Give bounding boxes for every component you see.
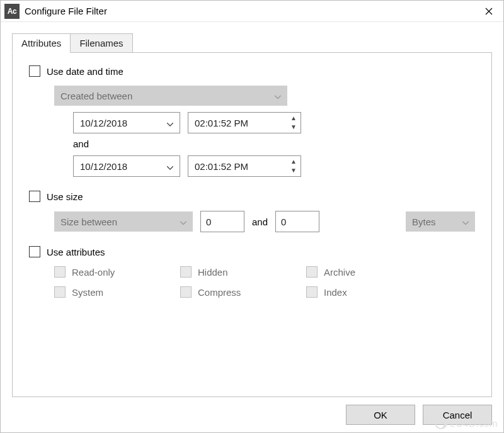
size-from-value: 0 (206, 216, 211, 227)
client-area: Attributes Filenames Use date and time C… (1, 22, 503, 432)
attr-compress-checkbox[interactable] (180, 286, 192, 298)
chevron-down-icon (180, 216, 186, 227)
size-mode-combobox[interactable]: Size between (54, 211, 193, 232)
date-mode-value: Created between (60, 91, 132, 101)
from-date-value: 10/12/2018 (80, 118, 127, 128)
spin-down-button[interactable]: ▼ (288, 167, 299, 174)
attr-index-checkbox[interactable] (306, 286, 318, 298)
attr-compress-label: Compress (198, 287, 241, 298)
size-from-input[interactable]: 0 (200, 211, 244, 232)
attr-readonly-checkbox[interactable] (54, 266, 66, 278)
chevron-down-icon (167, 118, 173, 128)
button-bar: OK Cancel (12, 405, 492, 425)
window-title: Configure File Filter (25, 6, 474, 16)
use-size-label: Use size (47, 191, 83, 202)
chevron-down-icon (462, 216, 469, 227)
spin-up-button[interactable]: ▲ (288, 158, 299, 166)
to-time-spinner[interactable]: 02:01:52 PM ▲ ▼ (188, 155, 301, 177)
from-time-spinner[interactable]: 02:01:52 PM ▲ ▼ (188, 112, 301, 133)
to-date-picker[interactable]: 10/12/2018 (73, 155, 180, 177)
chevron-down-icon (275, 91, 281, 101)
from-time-value: 02:01:52 PM (195, 118, 248, 128)
tab-attributes[interactable]: Attributes (12, 33, 71, 53)
tab-filenames[interactable]: Filenames (70, 33, 132, 53)
close-button[interactable] (474, 1, 503, 21)
date-range-block: 10/12/2018 02:01:52 PM ▲ ▼ (73, 112, 475, 177)
attr-system-checkbox[interactable] (54, 286, 66, 298)
titlebar: Ac Configure File Filter (1, 1, 503, 22)
section-date: Use date and time Created between 10/12/… (29, 65, 475, 177)
chevron-down-icon (167, 161, 173, 172)
section-attrs: Use attributes Read-only Hidden Archive (29, 246, 475, 298)
to-time-value: 02:01:52 PM (195, 161, 248, 172)
app-icon: Ac (4, 4, 20, 19)
and-label: and (73, 138, 475, 149)
to-date-value: 10/12/2018 (80, 161, 127, 172)
cancel-button[interactable]: Cancel (423, 405, 492, 425)
spin-down-button[interactable]: ▼ (288, 123, 299, 131)
size-to-input[interactable]: 0 (275, 211, 319, 232)
section-size: Use size Size between 0 and 0 (29, 191, 475, 232)
ok-button[interactable]: OK (346, 405, 415, 425)
attr-hidden-label: Hidden (198, 267, 228, 278)
use-date-checkbox[interactable] (29, 65, 40, 77)
attr-system-label: System (72, 287, 103, 298)
use-size-checkbox[interactable] (29, 191, 40, 202)
size-and-label: and (252, 216, 268, 227)
use-attrs-label: Use attributes (47, 247, 105, 257)
attr-readonly-label: Read-only (72, 267, 115, 278)
spinner-buttons: ▲ ▼ (288, 114, 299, 132)
attr-index-label: Index (324, 287, 347, 298)
attr-hidden-checkbox[interactable] (180, 266, 192, 278)
size-unit-combobox[interactable]: Bytes (406, 211, 475, 232)
spin-up-button[interactable]: ▲ (288, 115, 299, 122)
date-mode-combobox[interactable]: Created between (54, 86, 287, 106)
close-icon (485, 8, 493, 15)
attr-archive-checkbox[interactable] (306, 266, 318, 278)
use-attrs-checkbox[interactable] (29, 246, 40, 257)
dialog-window: Ac Configure File Filter Attributes File… (0, 0, 504, 433)
use-date-label: Use date and time (47, 66, 123, 77)
attr-archive-label: Archive (324, 267, 355, 278)
size-unit-value: Bytes (412, 216, 436, 227)
tabpage-attributes: Use date and time Created between 10/12/… (12, 52, 492, 397)
spinner-buttons: ▲ ▼ (288, 157, 299, 175)
size-mode-value: Size between (60, 216, 117, 227)
size-to-value: 0 (281, 216, 286, 227)
tabstrip: Attributes Filenames (12, 33, 492, 53)
from-date-picker[interactable]: 10/12/2018 (73, 112, 180, 133)
